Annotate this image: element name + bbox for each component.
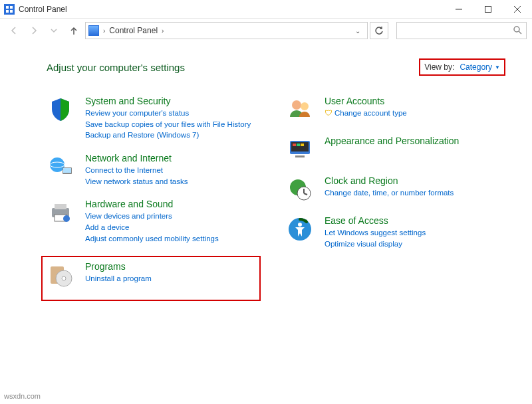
watermark: wsxdn.com bbox=[4, 392, 41, 400]
svg-rect-3 bbox=[10, 10, 13, 13]
svg-rect-26 bbox=[293, 144, 296, 146]
breadcrumb[interactable]: › Control Panel › bbox=[103, 26, 164, 35]
monitor-palette-icon bbox=[286, 136, 314, 163]
category-title[interactable]: Programs bbox=[85, 261, 152, 272]
refresh-button[interactable] bbox=[370, 22, 388, 39]
category-title[interactable]: Network and Internet bbox=[85, 153, 188, 163]
content-area: Adjust your computer's settings View by:… bbox=[0, 43, 532, 308]
view-by-value[interactable]: Category ▼ bbox=[460, 62, 500, 72]
address-bar[interactable]: › Control Panel › ⌄ bbox=[85, 22, 368, 39]
svg-rect-0 bbox=[6, 6, 9, 9]
svg-point-23 bbox=[301, 102, 309, 110]
category-appearance: Appearance and Personalization bbox=[286, 136, 505, 163]
svg-point-21 bbox=[62, 276, 66, 280]
category-programs: Programs Uninstall a program bbox=[47, 261, 254, 289]
svg-point-18 bbox=[63, 215, 70, 222]
control-panel-path-icon bbox=[88, 25, 99, 36]
svg-rect-5 bbox=[485, 6, 491, 12]
navbar: › Control Panel › ⌄ bbox=[0, 19, 532, 43]
users-icon bbox=[286, 96, 314, 124]
svg-point-11 bbox=[50, 157, 65, 172]
svg-rect-27 bbox=[297, 144, 300, 146]
page-title: Adjust your computer's settings bbox=[47, 62, 185, 73]
link-date-time-formats[interactable]: Change date, time, or number formats bbox=[325, 187, 454, 199]
category-title[interactable]: User Accounts bbox=[325, 96, 407, 106]
right-column: User Accounts 🛡Change account type Appea… bbox=[286, 96, 505, 301]
clock-globe-icon bbox=[286, 175, 314, 203]
globe-network-icon bbox=[47, 153, 74, 181]
svg-rect-2 bbox=[6, 10, 9, 13]
category-title[interactable]: Appearance and Personalization bbox=[325, 136, 459, 146]
svg-rect-14 bbox=[63, 168, 71, 173]
breadcrumb-trailing-chevron[interactable]: › bbox=[162, 27, 164, 35]
window-title: Control Panel bbox=[19, 5, 444, 14]
ease-of-access-icon bbox=[286, 215, 314, 243]
breadcrumb-root-chevron[interactable]: › bbox=[103, 27, 105, 35]
minimize-button[interactable] bbox=[444, 0, 473, 19]
svg-rect-29 bbox=[295, 155, 305, 157]
search-icon bbox=[513, 25, 522, 37]
search-input[interactable] bbox=[396, 22, 527, 39]
link-uninstall-program[interactable]: Uninstall a program bbox=[85, 273, 152, 284]
category-hardware-sound: Hardware and Sound View devices and prin… bbox=[47, 199, 266, 244]
address-dropdown-icon[interactable]: ⌄ bbox=[351, 27, 364, 35]
category-programs-highlight: Programs Uninstall a program bbox=[41, 256, 261, 301]
uac-shield-icon: 🛡 bbox=[325, 109, 332, 117]
printer-icon bbox=[47, 199, 74, 227]
recent-dropdown[interactable] bbox=[45, 22, 63, 39]
chevron-down-icon: ▼ bbox=[495, 64, 500, 70]
shield-icon bbox=[47, 96, 74, 124]
left-column: System and Security Review your computer… bbox=[47, 96, 266, 301]
category-title[interactable]: Hardware and Sound bbox=[85, 199, 219, 209]
svg-point-35 bbox=[298, 223, 302, 227]
category-system-security: System and Security Review your computer… bbox=[47, 96, 266, 141]
category-ease-of-access: Ease of Access Let Windows suggest setti… bbox=[286, 215, 505, 249]
link-view-devices[interactable]: View devices and printers bbox=[85, 211, 219, 222]
svg-rect-28 bbox=[301, 144, 304, 146]
link-optimize-display[interactable]: Optimize visual display bbox=[325, 239, 426, 250]
close-button[interactable] bbox=[503, 0, 532, 19]
category-user-accounts: User Accounts 🛡Change account type bbox=[286, 96, 505, 124]
link-network-status[interactable]: View network status and tasks bbox=[85, 176, 188, 187]
breadcrumb-item[interactable]: Control Panel bbox=[109, 26, 158, 35]
category-title[interactable]: System and Security bbox=[85, 96, 251, 106]
category-network-internet: Network and Internet Connect to the Inte… bbox=[47, 153, 266, 187]
link-file-history[interactable]: Save backup copies of your files with Fi… bbox=[85, 119, 251, 130]
link-change-account-type[interactable]: 🛡Change account type bbox=[325, 108, 407, 119]
link-review-status[interactable]: Review your computer's status bbox=[85, 108, 251, 119]
disc-box-icon bbox=[47, 261, 74, 289]
link-backup-restore[interactable]: Backup and Restore (Windows 7) bbox=[85, 130, 251, 141]
view-by-control[interactable]: View by: Category ▼ bbox=[419, 58, 505, 76]
link-mobility[interactable]: Adjust commonly used mobility settings bbox=[85, 233, 219, 245]
svg-point-9 bbox=[514, 27, 519, 32]
back-button[interactable] bbox=[5, 22, 23, 39]
svg-line-10 bbox=[519, 31, 521, 34]
titlebar: Control Panel bbox=[0, 0, 532, 19]
svg-point-22 bbox=[292, 100, 301, 110]
control-panel-icon bbox=[4, 4, 15, 15]
view-by-label: View by: bbox=[424, 62, 454, 72]
svg-rect-1 bbox=[10, 6, 13, 9]
category-title[interactable]: Ease of Access bbox=[325, 215, 426, 226]
category-clock-region: Clock and Region Change date, time, or n… bbox=[286, 175, 505, 203]
forward-button[interactable] bbox=[25, 22, 43, 39]
link-suggest-settings[interactable]: Let Windows suggest settings bbox=[325, 227, 426, 239]
svg-rect-16 bbox=[55, 204, 66, 209]
up-button[interactable] bbox=[65, 22, 82, 39]
link-add-device[interactable]: Add a device bbox=[85, 222, 219, 233]
category-title[interactable]: Clock and Region bbox=[325, 175, 454, 186]
maximize-button[interactable] bbox=[473, 0, 503, 19]
link-connect-internet[interactable]: Connect to the Internet bbox=[85, 165, 188, 176]
